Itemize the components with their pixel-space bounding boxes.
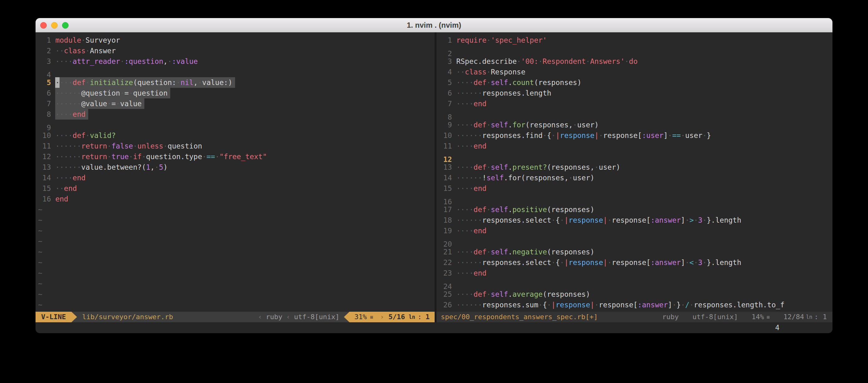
line-number: 5 xyxy=(38,77,51,88)
line-number: 6 xyxy=(439,88,452,98)
cursor-column: 1 xyxy=(426,312,430,322)
code-line: 14····end xyxy=(38,173,435,183)
empty-line-tilde: ~ xyxy=(38,236,435,247)
ln-icon: ln xyxy=(409,312,415,322)
position-segment: 31% ≡ › 5/16 ln : 1 xyxy=(349,312,435,322)
code-line: 2 xyxy=(439,45,833,56)
line-number: 1 xyxy=(439,35,452,45)
encoding-label: utf-8[unix] xyxy=(294,312,340,322)
code-line: 16 xyxy=(439,194,833,204)
empty-line-tilde: ~ xyxy=(38,300,435,310)
code-line: 5····def·initialize(question:·nil,·value… xyxy=(38,77,435,88)
code-line: 12······return·true·if·question.type·==·… xyxy=(38,151,435,162)
code-line: 17····def·self.positive(responses) xyxy=(439,204,833,215)
empty-line-tilde: ~ xyxy=(38,278,435,289)
code-line: 15····end xyxy=(439,183,833,194)
code-line: 12 xyxy=(439,151,833,162)
scroll-percent: 31% xyxy=(354,312,367,322)
empty-line-tilde: ~ xyxy=(38,204,435,215)
thin-separator-icon: ‹ xyxy=(258,312,262,322)
line-number: 11 xyxy=(439,141,452,151)
code-line: 11····end xyxy=(439,141,833,151)
cursor-position: 12/84 xyxy=(783,312,804,322)
zoom-button[interactable] xyxy=(62,22,69,29)
cursor-position: 5/16 xyxy=(389,312,405,322)
line-number: 22 xyxy=(439,257,452,268)
line-number: 4 xyxy=(439,67,452,77)
powerline-separator-icon xyxy=(71,312,77,322)
command-line[interactable]: 4 xyxy=(35,322,833,333)
empty-line-tilde: ~ xyxy=(38,289,435,300)
line-number: 6 xyxy=(38,88,51,98)
nvim-editor: 1module·Surveyor2··class·Answer3····attr… xyxy=(35,32,833,333)
code-line: 19····end xyxy=(439,225,833,236)
line-number: 17 xyxy=(439,204,452,215)
pending-command: 4 xyxy=(775,322,779,333)
code-pane-right[interactable]: 1require·'spec_helper'23RSpec.describe·'… xyxy=(436,32,833,312)
code-line: 22······responses.select·{·|response|·re… xyxy=(439,257,833,268)
line-number: 14 xyxy=(439,173,452,183)
line-number: 14 xyxy=(38,173,51,183)
terminal-window: 1. nvim . (nvim) 1module·Surveyor2··clas… xyxy=(35,18,833,333)
cursor-column: 1 xyxy=(823,312,827,322)
line-number: 3 xyxy=(439,56,452,67)
line-number: 19 xyxy=(439,225,452,236)
line-number: 23 xyxy=(439,268,452,278)
code-line: 26······responses.sum·{·|response|·respo… xyxy=(439,300,833,310)
line-number: 12 xyxy=(38,151,51,162)
line-number: 26 xyxy=(439,300,452,310)
empty-line-tilde: ~ xyxy=(38,215,435,225)
line-number: 10 xyxy=(38,130,51,141)
ln-icon: ln xyxy=(806,312,812,322)
code-line: 9····def·self.for(responses,·user) xyxy=(439,119,833,130)
line-number: 1 xyxy=(38,35,51,45)
code-line: 10······responses.find·{·|response|·resp… xyxy=(439,130,833,141)
line-number: 7 xyxy=(38,98,51,109)
code-line: 13······value.between?(1,·5) xyxy=(38,162,435,173)
filetype-label: ruby xyxy=(266,312,282,322)
code-line: 8····end xyxy=(38,109,435,119)
code-line: 16end xyxy=(38,194,435,204)
lines-icon: ≡ xyxy=(767,312,770,322)
line-number: 10 xyxy=(439,130,452,141)
gold-separator-icon: › xyxy=(380,312,384,322)
filetype-label: ruby xyxy=(662,312,679,322)
line-number: 18 xyxy=(439,215,452,225)
code-line: 24 xyxy=(439,278,833,289)
code-pane-left[interactable]: 1module·Surveyor2··class·Answer3····attr… xyxy=(35,32,435,312)
traffic-lights xyxy=(40,18,69,32)
statusline-left: V-LINE lib/surveyor/answer.rb ‹ ruby ‹ u… xyxy=(35,312,435,322)
code-line: 6······@question·=·question xyxy=(38,88,435,98)
window-title: 1. nvim . (nvim) xyxy=(407,21,461,30)
empty-line-tilde: ~ xyxy=(38,257,435,268)
empty-line-tilde: ~ xyxy=(38,225,435,236)
close-button[interactable] xyxy=(40,22,47,29)
empty-line-tilde: ~ xyxy=(38,268,435,278)
minimize-button[interactable] xyxy=(51,22,58,29)
line-number: 25 xyxy=(439,289,452,300)
code-line: 9 xyxy=(38,119,435,130)
code-line: 3····attr_reader·:question,·:value xyxy=(38,56,435,67)
code-line: 10····def·valid? xyxy=(38,130,435,141)
encoding-label: utf-8[unix] xyxy=(692,312,738,322)
code-line: 15··end xyxy=(38,183,435,194)
code-line: 14······!self.for(responses,·user) xyxy=(439,173,833,183)
line-number: 13 xyxy=(38,162,51,173)
code-line: 1module·Surveyor xyxy=(38,35,435,45)
statusline-right: spec/00_respondents_answers_spec.rb[+] r… xyxy=(436,312,833,322)
code-line: 2··class·Answer xyxy=(38,45,435,56)
window-titlebar[interactable]: 1. nvim . (nvim) xyxy=(35,18,833,32)
code-line: 7······@value·=·value xyxy=(38,98,435,109)
code-line: 20 xyxy=(439,236,833,247)
code-line: 18······responses.select·{·|response|·re… xyxy=(439,215,833,225)
line-number: 13 xyxy=(439,162,452,173)
line-number: 7 xyxy=(439,98,452,109)
code-line: 8 xyxy=(439,109,833,119)
line-number: 21 xyxy=(439,247,452,257)
code-line: 13····def·self.present?(responses,·user) xyxy=(439,162,833,173)
col-separator: : xyxy=(418,312,422,322)
code-line: 4 xyxy=(38,67,435,77)
powerline-separator-icon xyxy=(344,312,349,322)
line-number: 15 xyxy=(38,183,51,194)
code-line: 1require·'spec_helper' xyxy=(439,35,833,45)
